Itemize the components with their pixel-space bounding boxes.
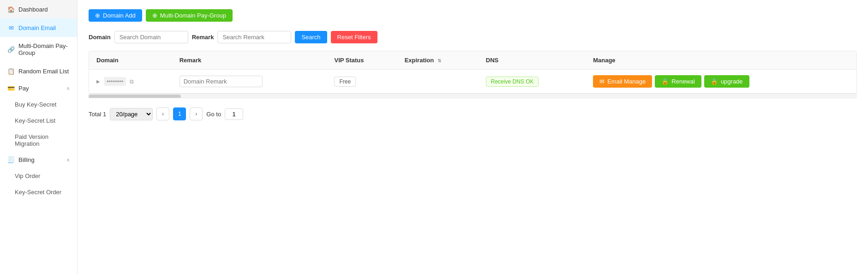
sort-icon: ⇅ xyxy=(437,58,441,63)
renewal-label: Renewal xyxy=(671,78,695,85)
reset-filters-button[interactable]: Reset Filters xyxy=(331,31,377,43)
sidebar: 🏠 Dashboard ✉ Domain Email 🔗 Multi-Domai… xyxy=(0,0,78,274)
paid-version-migration-label: Paid Version Migration xyxy=(15,133,70,147)
dns-cell: Receive DNS OK xyxy=(479,70,586,94)
key-secret-list-label: Key-Secret List xyxy=(15,117,55,124)
domain-search-input[interactable] xyxy=(114,31,188,43)
vip-order-label: Vip Order xyxy=(15,173,40,179)
renewal-icon: 🔒 xyxy=(661,78,669,85)
pay-chevron-icon: ∧ xyxy=(66,86,70,91)
billing-icon: 🧾 xyxy=(7,156,15,163)
sidebar-item-domain-email[interactable]: ✉ Domain Email xyxy=(0,18,77,37)
goto-input[interactable] xyxy=(225,108,243,120)
sidebar-item-paid-version-migration[interactable]: Paid Version Migration xyxy=(0,129,77,152)
sidebar-item-buy-key-secret[interactable]: Buy Key-Secret xyxy=(0,96,77,113)
email-manage-label: Email Manage xyxy=(607,78,646,85)
col-header-domain: Domain xyxy=(89,51,172,70)
sidebar-item-label: Multi-Domain Pay-Group xyxy=(18,42,70,56)
random-email-icon: 📋 xyxy=(7,67,15,75)
upgrade-icon: 🔒 xyxy=(711,78,718,85)
data-table: Domain Remark VIP Status Expiration ⇅ xyxy=(89,51,857,94)
domain-email-icon: ✉ xyxy=(7,24,15,31)
main-content: ⊕ Domain Add ⊕ Multi-Domain Pay-Group Do… xyxy=(78,0,868,274)
email-manage-icon: ✉ xyxy=(599,78,605,85)
domain-add-label: Domain Add xyxy=(103,12,136,19)
filter-row: Domain Remark Search Reset Filters xyxy=(89,31,857,43)
per-page-select[interactable]: 20/page 50/page 100/page xyxy=(110,108,153,120)
scrollbar-thumb[interactable] xyxy=(89,95,181,98)
col-header-expiration[interactable]: Expiration ⇅ xyxy=(397,51,479,70)
manage-cell: ✉ Email Manage 🔒 Renewal 🔒 upgrade xyxy=(586,70,856,94)
expiration-cell xyxy=(397,70,479,94)
horizontal-scrollbar[interactable] xyxy=(89,94,857,98)
search-label: Search xyxy=(301,34,320,41)
sidebar-item-random-email[interactable]: 📋 Random Email List xyxy=(0,62,77,80)
col-header-manage: Manage xyxy=(586,51,856,70)
sidebar-item-label: Domain Email xyxy=(18,24,56,31)
key-secret-order-label: Key-Secret Order xyxy=(15,189,61,196)
toolbar: ⊕ Domain Add ⊕ Multi-Domain Pay-Group xyxy=(89,9,857,22)
billing-chevron-icon: ∧ xyxy=(66,157,70,162)
table-row: ▶ •••••••• ⧉ Free xyxy=(89,70,856,94)
multi-domain-pay-group-button[interactable]: ⊕ Multi-Domain Pay-Group xyxy=(146,9,233,22)
total-info: Total 1 xyxy=(89,111,106,118)
multi-domain-label: Multi-Domain Pay-Group xyxy=(160,12,226,19)
content-area: ⊕ Domain Add ⊕ Multi-Domain Pay-Group Do… xyxy=(78,0,868,274)
sidebar-item-vip-order[interactable]: Vip Order xyxy=(0,168,77,184)
col-header-dns: DNS xyxy=(479,51,586,70)
domain-filter-label: Domain xyxy=(89,34,111,41)
renewal-button[interactable]: 🔒 Renewal xyxy=(655,75,701,88)
copy-icon[interactable]: ⧉ xyxy=(130,78,134,85)
sidebar-item-label: Dashboard xyxy=(18,6,48,13)
pagination: Total 1 20/page 50/page 100/page ‹ 1 › G… xyxy=(89,107,857,120)
pay-icon: 💳 xyxy=(7,85,15,92)
sidebar-section-pay[interactable]: 💳 Pay ∧ xyxy=(0,80,77,96)
page-1-button[interactable]: 1 xyxy=(173,107,186,120)
remark-input[interactable] xyxy=(180,76,263,87)
goto-label: Go to xyxy=(206,111,221,118)
remark-cell xyxy=(172,70,327,94)
billing-section-label: Billing xyxy=(18,156,35,163)
search-button[interactable]: Search xyxy=(295,31,327,43)
email-manage-button[interactable]: ✉ Email Manage xyxy=(593,75,652,88)
dns-status-badge: Receive DNS OK xyxy=(486,77,539,87)
sidebar-item-key-secret-order[interactable]: Key-Secret Order xyxy=(0,184,77,200)
buy-key-secret-label: Buy Key-Secret xyxy=(15,101,56,108)
upgrade-label: upgrade xyxy=(721,78,743,85)
table-header-row: Domain Remark VIP Status Expiration ⇅ xyxy=(89,51,856,70)
sidebar-item-multi-domain[interactable]: 🔗 Multi-Domain Pay-Group xyxy=(0,37,77,62)
expand-icon[interactable]: ▶ xyxy=(96,79,100,84)
domain-table: Domain Remark VIP Status Expiration ⇅ xyxy=(89,51,856,93)
remark-search-input[interactable] xyxy=(217,31,291,43)
next-page-button[interactable]: › xyxy=(190,107,203,120)
vip-status-cell: Free xyxy=(327,70,397,94)
pay-section-label: Pay xyxy=(18,85,29,92)
sidebar-item-key-secret-list[interactable]: Key-Secret List xyxy=(0,113,77,129)
multi-domain-icon: ⊕ xyxy=(152,12,157,19)
domain-add-button[interactable]: ⊕ Domain Add xyxy=(89,9,142,22)
domain-cell: ▶ •••••••• ⧉ xyxy=(89,70,172,94)
sidebar-item-label: Random Email List xyxy=(18,68,69,75)
sidebar-item-dashboard[interactable]: 🏠 Dashboard xyxy=(0,0,77,18)
dashboard-icon: 🏠 xyxy=(7,6,15,13)
col-header-vip-status: VIP Status xyxy=(327,51,397,70)
prev-page-button[interactable]: ‹ xyxy=(156,107,169,120)
domain-value: •••••••• xyxy=(104,77,126,86)
remark-filter-label: Remark xyxy=(192,34,214,41)
multi-domain-icon: 🔗 xyxy=(7,46,15,53)
vip-status-badge: Free xyxy=(334,77,356,87)
col-header-remark: Remark xyxy=(172,51,327,70)
domain-add-icon: ⊕ xyxy=(95,12,100,19)
sidebar-section-billing[interactable]: 🧾 Billing ∧ xyxy=(0,152,77,168)
reset-label: Reset Filters xyxy=(337,34,371,41)
upgrade-button[interactable]: 🔒 upgrade xyxy=(704,75,749,88)
